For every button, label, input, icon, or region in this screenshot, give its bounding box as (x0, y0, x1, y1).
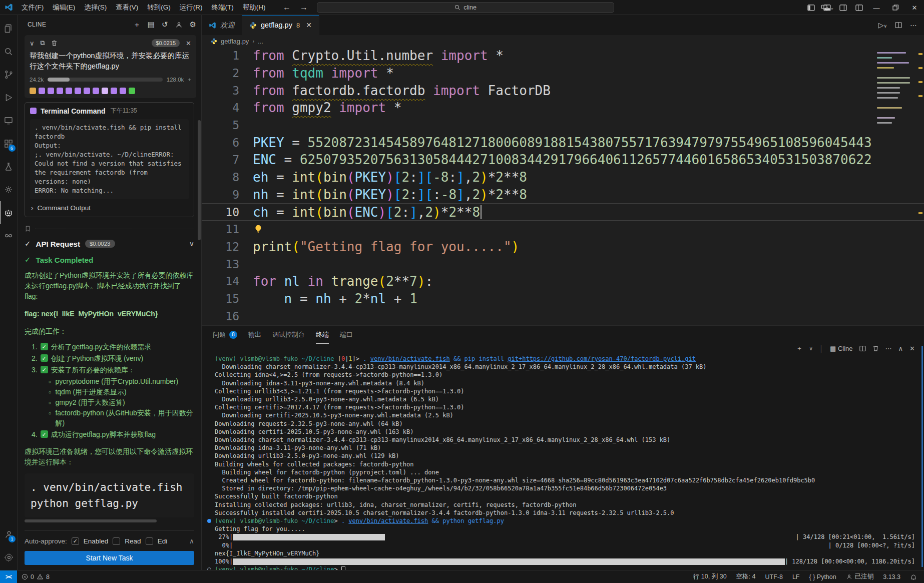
mcp-servers-icon[interactable]: ▤ (148, 20, 155, 29)
code-line-10[interactable]: 10ch = int(bin(ENC)[2:],2)*2**8 (202, 203, 924, 221)
auto-approve-row[interactable]: Auto-approve: ✓EnabledReadEdi ∧ (25, 530, 194, 545)
copy-task-icon[interactable]: ⧉ (41, 39, 45, 47)
code-line-12[interactable]: 12print("Getting flag for you.....") (202, 238, 924, 256)
breadcrumb[interactable]: getflag.py › ... (202, 35, 924, 47)
remote-explorer-icon[interactable] (0, 109, 18, 132)
sidebar-settings-icon[interactable]: ⚙ (190, 20, 196, 29)
infinity-extension-icon[interactable] (0, 224, 18, 247)
tab-welcome[interactable]: 欢迎 (202, 15, 242, 35)
menu-运行[interactable]: 运行(R) (175, 0, 207, 15)
menu-选择[interactable]: 选择(S) (80, 0, 111, 15)
expand-context-icon[interactable]: + (188, 77, 191, 83)
code-line-16[interactable]: 16 (202, 307, 924, 325)
code-line-5[interactable]: 5 (202, 117, 924, 134)
command-center-search[interactable]: cline (317, 2, 614, 13)
status-item[interactable]: LF (792, 573, 800, 580)
code-line-4[interactable]: 4from gmpy2 import * (202, 99, 924, 117)
minimize-button[interactable]: — (867, 0, 886, 15)
notifications-bell-icon[interactable] (910, 573, 917, 580)
menu-终端[interactable]: 终端(T) (207, 0, 238, 15)
menu-文件[interactable]: 文件(F) (17, 0, 48, 15)
settings-gear-icon[interactable] (0, 546, 18, 569)
maximize-panel-icon[interactable]: ∧ (898, 345, 903, 352)
run-python-icon[interactable]: ▷∨ (878, 21, 887, 29)
status-item[interactable]: 已注销 (846, 572, 874, 581)
panel-tab-调试控制台[interactable]: 调试控制台 (272, 326, 305, 344)
code-line-7[interactable]: 7ENC = 625079352075631305844427100834429… (202, 151, 924, 169)
search-sidebar-icon[interactable] (0, 40, 18, 63)
status-item[interactable]: 空格: 4 (736, 572, 756, 581)
code-line-13[interactable]: 13 (202, 255, 924, 273)
code-line-14[interactable]: 14for nl in trange(2**7): (202, 273, 924, 290)
panel-tab-端口[interactable]: 端口 (340, 326, 353, 344)
nav-back-icon[interactable]: ← (283, 3, 291, 12)
close-task-icon[interactable]: ✕ (186, 40, 191, 47)
code-line-2[interactable]: 2from tqdm import * (202, 65, 924, 82)
collapse-task-icon[interactable]: ∨ (30, 40, 35, 47)
command-output-toggle[interactable]: › Command Output (25, 199, 194, 217)
code-line-3[interactable]: 3from factordb.factordb import FactorDB (202, 82, 924, 99)
history-icon[interactable]: ↺ (162, 20, 168, 29)
auto-approve-checkbox-edi[interactable] (146, 537, 153, 545)
terminal-instance-item[interactable]: ▤ Cline (830, 345, 853, 352)
account-icon[interactable] (175, 21, 183, 29)
panel-tab-问题[interactable]: 问题8 (213, 326, 237, 344)
auto-approve-checkbox-read[interactable] (113, 537, 120, 545)
menu-转到[interactable]: 转到(G) (143, 0, 175, 15)
tab-getflag[interactable]: getflag.py 8 ✕ (242, 15, 319, 35)
panel-tab-终端[interactable]: 终端 (316, 326, 329, 344)
toggle-sidebar-icon[interactable] (803, 0, 819, 15)
code-line-9[interactable]: 9nh = int(bin(PKEY)[2:][:-8],2)*2**8 (202, 186, 924, 204)
close-window-button[interactable]: ✕ (905, 0, 924, 15)
code-line-11[interactable]: 11 (202, 221, 924, 238)
auto-approve-checkbox-enabled[interactable]: ✓ (72, 537, 79, 545)
code-line-8[interactable]: 8eh = int(bin(PKEY)[2:][-8:],2)*2**8 (202, 169, 924, 186)
remote-indicator[interactable]: >< (0, 570, 17, 583)
code-editor[interactable]: 1from Crypto.Util.number import *2from t… (202, 47, 924, 325)
restore-button[interactable] (886, 0, 905, 15)
terminal-more-icon[interactable]: ⋯ (885, 345, 892, 352)
nav-forward-icon[interactable]: → (300, 3, 308, 12)
testing-icon[interactable] (0, 155, 18, 178)
new-terminal-icon[interactable]: ＋ (796, 344, 803, 353)
problems-status[interactable]: 0 8 (22, 573, 50, 580)
customize-layout-icon[interactable] (851, 0, 867, 15)
lightbulb-icon[interactable] (253, 224, 264, 235)
code-block-hscrollbar[interactable] (25, 519, 194, 522)
panel-tab-输出[interactable]: 输出 (248, 326, 261, 344)
explorer-icon[interactable] (0, 17, 18, 40)
tools-icon[interactable] (0, 178, 18, 201)
api-request-row[interactable]: ✓ API Request $0.0023 ∨ (25, 239, 194, 248)
editor-more-actions-icon[interactable]: ⋯ (910, 21, 917, 29)
split-terminal-icon[interactable] (859, 345, 866, 352)
close-panel-icon[interactable]: ✕ (909, 345, 915, 352)
menu-编辑[interactable]: 编辑(E) (48, 0, 80, 15)
minimap[interactable] (874, 49, 916, 134)
toggle-secondary-sidebar-icon[interactable] (835, 0, 851, 15)
delete-task-icon[interactable] (51, 40, 58, 47)
close-tab-icon[interactable]: ✕ (306, 21, 312, 29)
toggle-panel-icon[interactable] (819, 0, 835, 15)
bookmark-icon[interactable] (25, 225, 31, 232)
command-decoration-icon[interactable] (207, 519, 211, 523)
code-line-6[interactable]: 6PKEY = 55208723145458976481271800608918… (202, 134, 924, 151)
code-line-1[interactable]: 1from Crypto.Util.number import * (202, 47, 924, 65)
terminal-output[interactable]: (venv) vlsmb@vlsmb-fuko ~/D/cline [0|1]>… (202, 353, 924, 570)
run-debug-icon[interactable] (0, 86, 18, 109)
sidebar-scrollbar[interactable] (198, 120, 201, 240)
status-item[interactable]: 3.13.3 (883, 573, 900, 580)
status-item[interactable]: UTF-8 (765, 573, 783, 580)
accounts-icon[interactable]: 1 (0, 523, 18, 546)
source-control-icon[interactable] (0, 63, 18, 86)
status-item[interactable]: 行 10, 列 30 (693, 572, 727, 581)
new-task-icon[interactable]: ＋ (133, 20, 141, 30)
menu-帮助[interactable]: 帮助(H) (238, 0, 270, 15)
code-line-15[interactable]: 15 n = nh + 2*nl + 1 (202, 290, 924, 308)
terminal-profile-chevron-icon[interactable]: ∨ (809, 346, 813, 351)
terminal-scrollbar[interactable] (921, 346, 923, 567)
menu-查看[interactable]: 查看(V) (111, 0, 143, 15)
kill-terminal-icon[interactable] (872, 345, 879, 352)
start-new-task-button[interactable]: Start New Task (25, 551, 194, 565)
extensions-icon[interactable]: 6 (0, 132, 18, 155)
status-item[interactable]: { } Python (809, 573, 836, 580)
